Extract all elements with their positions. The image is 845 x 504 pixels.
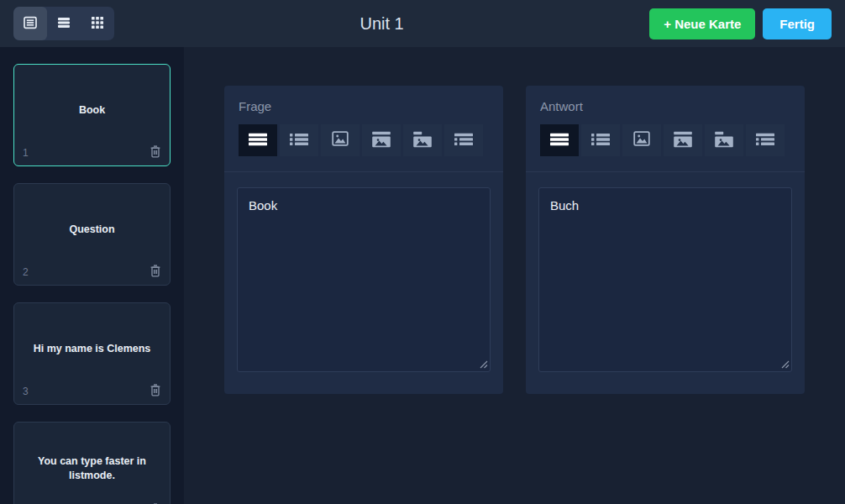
- title-with-list-icon: [454, 131, 474, 150]
- image-icon: [330, 131, 350, 150]
- title-above-image-icon: [714, 131, 734, 150]
- tool-title-with-list-button[interactable]: [746, 124, 785, 156]
- tool-text-button[interactable]: [239, 124, 277, 156]
- card-thumbnail[interactable]: You can type faster in listmode.: [13, 422, 171, 504]
- done-button[interactable]: Fertig: [763, 8, 832, 39]
- list-view-icon: [56, 15, 71, 33]
- trash-icon: [150, 384, 161, 399]
- delete-card-button[interactable]: [150, 265, 161, 280]
- view-mode-switcher: [13, 7, 114, 40]
- card-thumbnail[interactable]: Hi my name is Clemens 3: [13, 302, 171, 405]
- tool-bullet-list-button[interactable]: [280, 124, 318, 156]
- card-thumbnail-text: Question: [69, 223, 114, 238]
- header: Unit 1 + Neue Karte Fertig: [0, 0, 845, 47]
- card-thumbnail-text: Book: [79, 103, 105, 118]
- editor-area: Frage: [184, 47, 845, 504]
- tool-bullet-list-button[interactable]: [581, 124, 620, 156]
- panel-divider: [526, 171, 805, 172]
- delete-card-button[interactable]: [150, 384, 161, 399]
- grid-view-icon: [90, 15, 105, 33]
- trash-icon: [150, 265, 161, 280]
- tool-text-above-image-button[interactable]: [362, 124, 401, 156]
- answer-panel: Antwort: [526, 86, 805, 394]
- question-input[interactable]: Book: [237, 187, 491, 372]
- title-above-image-icon: [412, 131, 433, 150]
- text-lines-icon: [248, 131, 268, 150]
- answer-toolbar: [540, 124, 790, 156]
- bullet-list-icon: [590, 131, 611, 150]
- card-view-icon: [23, 15, 38, 33]
- card-thumbnail-text: Hi my name is Clemens: [34, 342, 151, 357]
- tool-image-button[interactable]: [622, 124, 661, 156]
- text-lines-icon: [549, 131, 569, 150]
- panel-divider: [224, 171, 503, 172]
- page-title: Unit 1: [114, 14, 649, 34]
- answer-input[interactable]: Buch: [538, 187, 792, 372]
- title-with-list-icon: [755, 131, 775, 150]
- question-panel: Frage: [224, 86, 503, 394]
- card-list-sidebar: Book 1 Question 2: [0, 47, 184, 504]
- text-above-image-icon: [371, 131, 391, 150]
- tool-text-above-image-button[interactable]: [664, 124, 702, 156]
- tool-title-with-list-button[interactable]: [444, 124, 483, 156]
- card-thumbnail[interactable]: Question 2: [13, 183, 171, 286]
- card-thumbnail[interactable]: Book 1: [13, 64, 171, 166]
- text-above-image-icon: [673, 131, 693, 150]
- image-icon: [632, 131, 652, 150]
- tool-title-above-image-button[interactable]: [403, 124, 442, 156]
- card-number: 2: [23, 266, 29, 278]
- bullet-list-icon: [289, 131, 309, 150]
- card-number: 1: [23, 147, 29, 159]
- view-mode-list-button[interactable]: [47, 7, 81, 40]
- tool-image-button[interactable]: [321, 124, 360, 156]
- new-card-button[interactable]: + Neue Karte: [649, 8, 755, 39]
- tool-title-above-image-button[interactable]: [705, 124, 743, 156]
- question-panel-label: Frage: [224, 99, 503, 124]
- delete-card-button[interactable]: [150, 145, 161, 160]
- card-number: 3: [23, 386, 29, 397]
- tool-text-button[interactable]: [540, 124, 579, 156]
- trash-icon: [150, 145, 161, 160]
- view-mode-card-button[interactable]: [13, 7, 47, 40]
- question-toolbar: [239, 124, 489, 156]
- answer-panel-label: Antwort: [526, 99, 805, 124]
- view-mode-grid-button[interactable]: [81, 7, 114, 40]
- header-actions: + Neue Karte Fertig: [649, 8, 832, 39]
- card-thumbnail-text: You can type faster in listmode.: [26, 454, 158, 484]
